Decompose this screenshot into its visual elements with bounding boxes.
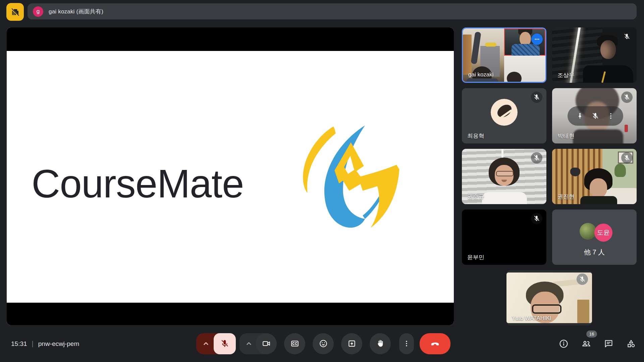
person-silhouette	[590, 178, 607, 198]
tile-yuto-watahiki[interactable]: Yuto WATAHIKI	[506, 270, 592, 325]
present-button[interactable]	[341, 333, 362, 354]
mic-off-icon	[624, 155, 630, 161]
avatar: 도윤	[594, 224, 612, 242]
tile-josangwoo[interactable]: 조상우	[552, 27, 637, 83]
person-silhouette	[532, 304, 561, 314]
meeting-info: 15:31 | pnw-ecwj-pem	[11, 340, 79, 348]
tile-name-label: 박태현	[557, 132, 575, 140]
tile-options-button[interactable]	[531, 34, 543, 45]
mic-off-icon	[533, 155, 540, 161]
tile-name-label: 최용혁	[467, 132, 484, 140]
others-count-label: 他 7 人	[552, 248, 637, 257]
person-silhouette	[580, 196, 617, 204]
gai-subvideo-wall	[504, 56, 545, 82]
pin-icon[interactable]	[576, 112, 584, 120]
show-everyone-button[interactable]	[580, 338, 592, 349]
mic-off-icon	[579, 276, 586, 283]
more-vert-icon	[402, 340, 411, 348]
decor	[570, 168, 580, 176]
decor	[463, 35, 472, 75]
participant-count-badge: 16	[586, 330, 597, 338]
mic-muted-indicator	[531, 152, 542, 164]
present-icon	[347, 339, 356, 348]
reactions-button[interactable]	[313, 333, 334, 354]
person-silhouette	[482, 192, 527, 204]
raise-hand-button[interactable]	[370, 333, 391, 354]
tile-kwonjinhyeon[interactable]: 권진현	[552, 149, 637, 204]
call-end-icon	[430, 339, 440, 349]
chat-button[interactable]	[603, 338, 614, 349]
meet-window: g gai kozaki (画面共有) CourseMate	[0, 0, 644, 362]
captions-button[interactable]	[284, 333, 305, 354]
tile-kwonsungyu[interactable]: 권순규	[462, 149, 546, 204]
person-silhouette	[466, 78, 498, 83]
more-vert-icon[interactable]	[607, 112, 614, 120]
captions-icon	[290, 339, 299, 348]
control-bar: 15:31 | pnw-ecwj-pem	[0, 330, 644, 362]
call-controls	[196, 333, 450, 354]
activities-icon	[626, 339, 636, 349]
person-silhouette	[573, 129, 623, 143]
decor	[577, 300, 589, 323]
shared-screen[interactable]: CourseMate	[7, 27, 454, 325]
tile-parktaehyeon[interactable]: 박태현	[552, 88, 637, 143]
avatar	[580, 223, 596, 240]
chevron-up-icon	[245, 339, 253, 348]
tile-name-label: 윤부민	[467, 253, 484, 261]
mic-off-icon[interactable]	[592, 112, 599, 120]
person-silhouette	[600, 40, 616, 59]
tile-name-label: 조상우	[557, 71, 575, 79]
tile-choiyonghyeok[interactable]: 최용혁	[462, 88, 546, 143]
person-silhouette	[583, 65, 633, 83]
mic-muted-indicator	[531, 213, 542, 224]
chevron-up-icon	[202, 339, 210, 348]
tile-name-label: 권순규	[467, 193, 484, 200]
person-silhouette	[507, 72, 522, 83]
tile-name-label: Yuto WATAHIKI	[512, 315, 551, 322]
mic-off-icon	[220, 339, 229, 348]
tile-yunbumin[interactable]: 윤부민	[462, 209, 546, 265]
person-silhouette	[496, 171, 514, 176]
meeting-details-button[interactable]	[558, 338, 569, 349]
mic-off-icon	[624, 94, 630, 101]
info-icon	[559, 339, 569, 349]
letterbox-top	[7, 27, 454, 51]
tile-gai-kozaki[interactable]: gai kozaki	[462, 27, 546, 83]
person-silhouette	[512, 44, 540, 56]
letterbox-bottom	[7, 303, 454, 325]
more-horiz-icon	[534, 36, 540, 43]
mic-off-icon	[533, 94, 540, 101]
presenter-avatar: g	[33, 6, 43, 17]
mic-muted-indicator	[621, 92, 633, 103]
tile-name-label: gai kozaki	[468, 71, 494, 78]
decor	[485, 43, 496, 47]
emoji-icon	[319, 339, 328, 348]
more-options-button[interactable]	[399, 333, 414, 354]
clock: 15:31	[11, 340, 27, 348]
coursemate-logo	[290, 119, 408, 231]
decor	[625, 125, 628, 132]
mic-muted-indicator	[577, 274, 588, 285]
chat-icon	[604, 339, 613, 349]
camera-toggle-button[interactable]	[256, 333, 277, 354]
panel-buttons	[558, 338, 637, 349]
tile-hover-controls	[568, 106, 623, 126]
top-bar: g gai kozaki (画面共有)	[0, 0, 644, 24]
tile-others-overflow[interactable]: 도윤 他 7 人	[552, 209, 637, 265]
mic-off-icon	[624, 33, 630, 40]
people-icon	[581, 339, 591, 349]
divider: |	[32, 340, 34, 348]
decor	[471, 32, 481, 64]
raise-hand-icon	[376, 339, 385, 348]
decor	[614, 164, 626, 177]
mic-muted-indicator	[531, 92, 542, 103]
activities-button[interactable]	[625, 338, 637, 349]
grid-off-button[interactable]	[6, 3, 24, 21]
mic-muted-indicator	[621, 152, 633, 164]
slide-title: CourseMate	[32, 161, 244, 206]
mic-off-icon	[533, 215, 540, 222]
leave-call-button[interactable]	[420, 333, 450, 354]
videocam-icon	[262, 339, 271, 348]
screen-share-banner[interactable]: g gai kozaki (画面共有)	[28, 3, 637, 19]
mic-toggle-button[interactable]	[214, 333, 236, 354]
